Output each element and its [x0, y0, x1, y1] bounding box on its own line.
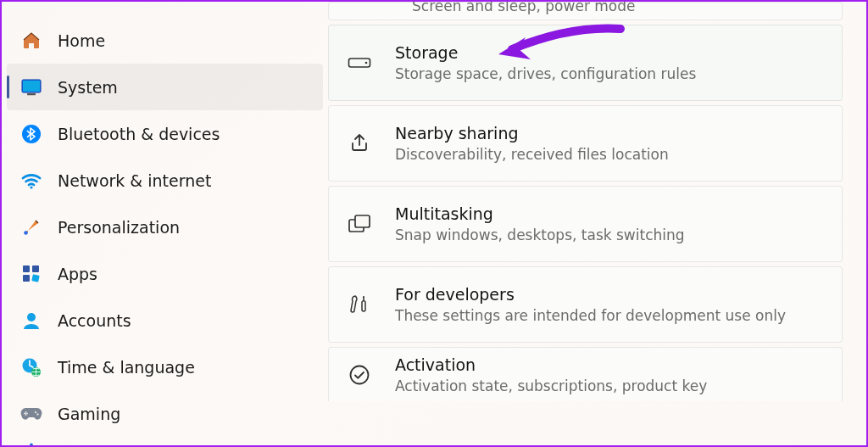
card-activation[interactable]: Activation Activation state, subscriptio…	[328, 347, 843, 401]
sidebar-item-personalization[interactable]: Personalization	[7, 204, 323, 250]
share-icon	[348, 131, 371, 155]
system-icon	[20, 76, 42, 98]
settings-sidebar: Home System Bluetooth & devices Network …	[2, 2, 328, 445]
card-subtitle: These settings are intended for developm…	[395, 307, 786, 324]
card-subtitle: Screen and sleep, power mode	[412, 0, 636, 14]
card-title: Multitasking	[395, 204, 685, 223]
clock-globe-icon	[20, 356, 42, 378]
svg-rect-19	[355, 215, 370, 227]
person-icon	[20, 310, 42, 332]
svg-rect-2	[27, 93, 36, 95]
sidebar-item-label: Time & language	[58, 358, 195, 377]
sidebar-item-accessibility[interactable]: Accessibility	[7, 437, 323, 447]
card-for-developers[interactable]: For developers These settings are intend…	[328, 266, 843, 343]
apps-icon	[20, 263, 42, 285]
svg-point-5	[24, 231, 28, 235]
sidebar-item-system[interactable]: System	[7, 64, 323, 110]
svg-point-10	[27, 313, 36, 321]
gamepad-icon	[20, 403, 42, 425]
sidebar-item-time-language[interactable]: Time & language	[7, 344, 323, 390]
sidebar-item-bluetooth[interactable]: Bluetooth & devices	[7, 110, 323, 157]
svg-rect-6	[23, 265, 30, 272]
svg-rect-1	[23, 81, 40, 92]
sidebar-item-label: Network & internet	[58, 171, 211, 190]
wifi-icon	[20, 170, 42, 192]
sidebar-item-label: Apps	[58, 265, 97, 283]
sidebar-item-network[interactable]: Network & internet	[7, 157, 323, 204]
svg-point-4	[30, 186, 32, 188]
sidebar-item-accounts[interactable]: Accounts	[7, 297, 323, 344]
svg-point-15	[30, 444, 33, 447]
svg-point-14	[36, 413, 38, 415]
bluetooth-icon	[20, 123, 42, 145]
svg-rect-9	[31, 274, 39, 282]
paintbrush-icon	[20, 216, 42, 238]
sidebar-item-gaming[interactable]: Gaming	[7, 390, 323, 437]
sidebar-item-home[interactable]: Home	[7, 17, 323, 64]
card-subtitle: Activation state, subscriptions, product…	[395, 377, 707, 394]
sidebar-item-label: System	[58, 78, 118, 97]
card-title: Nearby sharing	[395, 124, 669, 142]
card-power[interactable]: Screen and sleep, power mode	[328, 2, 843, 20]
sidebar-item-label: Bluetooth & devices	[58, 125, 220, 143]
svg-rect-7	[32, 265, 39, 272]
svg-point-17	[365, 62, 368, 64]
sidebar-item-apps[interactable]: Apps	[7, 250, 323, 297]
card-nearby-sharing[interactable]: Nearby sharing Discoverability, received…	[328, 105, 843, 182]
system-settings-list: Screen and sleep, power mode Storage Sto…	[328, 2, 866, 445]
card-multitasking[interactable]: Multitasking Snap windows, desktops, tas…	[328, 186, 843, 262]
card-title: Storage	[395, 43, 696, 62]
sidebar-item-label: Home	[58, 31, 105, 50]
sidebar-item-label: Accessibility	[58, 443, 157, 447]
sidebar-item-label: Personalization	[58, 218, 180, 237]
card-subtitle: Snap windows, desktops, task switching	[395, 226, 685, 243]
checkmark-circle-icon	[348, 363, 371, 387]
sidebar-item-label: Accounts	[58, 311, 131, 330]
accessibility-icon	[20, 438, 42, 447]
multitasking-icon	[348, 212, 371, 236]
card-title: Activation	[395, 355, 707, 374]
storage-icon	[348, 51, 371, 75]
svg-point-13	[35, 411, 36, 412]
card-subtitle: Discoverability, received files location	[395, 146, 669, 163]
card-storage[interactable]: Storage Storage space, drives, configura…	[328, 25, 843, 101]
svg-rect-8	[23, 275, 30, 282]
tools-icon	[348, 293, 371, 316]
home-icon	[20, 30, 42, 52]
sidebar-item-label: Gaming	[58, 405, 120, 423]
svg-point-20	[351, 366, 369, 383]
card-title: For developers	[395, 285, 786, 304]
card-subtitle: Storage space, drives, configuration rul…	[395, 65, 696, 82]
